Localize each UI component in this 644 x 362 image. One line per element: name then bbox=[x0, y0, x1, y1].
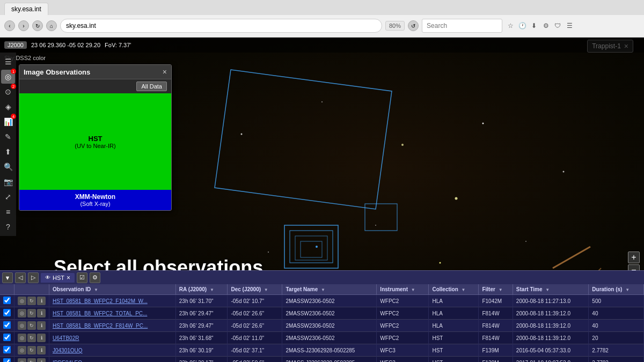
panel-next-button[interactable]: ▷ bbox=[28, 272, 39, 283]
sidebar-item-screenshot[interactable]: 📷 bbox=[1, 175, 15, 189]
sort-duration-icon[interactable]: ▼ bbox=[625, 287, 630, 292]
hst-tab[interactable]: 👁 HST × bbox=[41, 273, 75, 283]
browser-tab[interactable]: sky.esa.int bbox=[4, 3, 48, 15]
history-icon[interactable]: 🕐 bbox=[517, 21, 527, 31]
sidebar-item-share[interactable]: ⤢ bbox=[1, 190, 15, 204]
panel-prev-button[interactable]: ◁ bbox=[15, 272, 26, 283]
row-actions-cell: ◎ ↻ ℹ bbox=[14, 332, 49, 344]
row-action-refresh-2[interactable]: ↻ bbox=[27, 321, 36, 330]
row-action-refresh-3[interactable]: ↻ bbox=[27, 334, 36, 342]
row-obs-id-1[interactable]: HST_08581_B8_WFPC2_TOTAL_PC... bbox=[49, 307, 176, 320]
panel-collapse-button[interactable]: ▼ bbox=[2, 272, 13, 283]
row-dec-5: -05d 02' 50.6" bbox=[228, 357, 282, 363]
all-data-button[interactable]: All Data bbox=[136, 82, 167, 91]
row-action-target-3[interactable]: ◎ bbox=[18, 334, 26, 342]
col-obs-id[interactable]: Observation ID ▼ bbox=[49, 284, 176, 295]
row-action-refresh-1[interactable]: ↻ bbox=[27, 309, 36, 317]
xmm-bar[interactable]: XMM-Newton (Soft X-ray) bbox=[19, 190, 171, 210]
hst-chart-area[interactable]: HST (UV to Near-IR) bbox=[19, 93, 171, 190]
settings-icon[interactable]: ⚙ bbox=[541, 21, 551, 31]
row-checkbox-4[interactable] bbox=[3, 346, 11, 353]
back-button[interactable]: ‹ bbox=[4, 20, 15, 31]
sort-ra-icon[interactable]: ▼ bbox=[210, 287, 214, 292]
sidebar-item-help[interactable]: ? bbox=[1, 220, 15, 234]
row-checkbox-cell[interactable] bbox=[0, 320, 14, 332]
row-checkbox-0[interactable] bbox=[3, 297, 11, 304]
row-dec-4: -05d 02' 37.1" bbox=[228, 344, 282, 357]
row-action-info-4[interactable]: ℹ bbox=[37, 346, 46, 354]
col-target[interactable]: Target Name ▼ bbox=[282, 284, 377, 295]
sidebar-item-telescope[interactable]: ◈ bbox=[1, 100, 15, 114]
row-obs-id-5[interactable]: IDDE04LEQ bbox=[49, 357, 176, 363]
menu-icon[interactable]: ☰ bbox=[565, 21, 574, 31]
sidebar-item-draw[interactable]: ✎ bbox=[1, 130, 15, 144]
address-bar[interactable] bbox=[60, 19, 382, 33]
reload-button[interactable]: ↺ bbox=[408, 20, 419, 31]
obs-panel-close-button[interactable]: × bbox=[163, 68, 167, 76]
refresh-button[interactable]: ↻ bbox=[32, 20, 43, 31]
row-checkbox-cell[interactable] bbox=[0, 332, 14, 344]
row-action-refresh-0[interactable]: ↻ bbox=[27, 297, 36, 305]
row-checkbox-5[interactable] bbox=[3, 358, 11, 362]
sort-collection-icon[interactable]: ▼ bbox=[462, 287, 466, 292]
row-action-info-5[interactable]: ℹ bbox=[37, 358, 46, 362]
row-obs-id-3[interactable]: U64TB02R bbox=[49, 332, 176, 344]
hst-tab-close[interactable]: × bbox=[67, 274, 70, 282]
bookmark-icon[interactable]: ☆ bbox=[506, 21, 515, 31]
sidebar-item-list[interactable]: ≡ bbox=[1, 205, 15, 219]
data-table-wrapper[interactable]: Observation ID ▼ RA (J2000) ▼ Dec (J2000… bbox=[0, 284, 644, 362]
col-ra[interactable]: RA (J2000) ▼ bbox=[175, 284, 228, 295]
col-instrument[interactable]: Instrument ▼ bbox=[377, 284, 429, 295]
row-obs-id-4[interactable]: J04301OUQ bbox=[49, 344, 176, 357]
row-checkbox-cell[interactable] bbox=[0, 307, 14, 320]
home-button[interactable]: ⌂ bbox=[46, 20, 57, 31]
row-action-target-2[interactable]: ◎ bbox=[18, 321, 26, 330]
sidebar-item-upload[interactable]: ⬆ bbox=[1, 145, 15, 159]
sidebar-item-search[interactable]: 🔍 bbox=[1, 160, 15, 174]
row-action-target-4[interactable]: ◎ bbox=[18, 346, 26, 354]
row-action-info-1[interactable]: ℹ bbox=[37, 309, 46, 317]
row-action-info-3[interactable]: ℹ bbox=[37, 334, 46, 342]
row-obs-id-2[interactable]: HST_08581_B8_WFPC2_F814W_PC... bbox=[49, 320, 176, 332]
row-action-info-0[interactable]: ℹ bbox=[37, 297, 46, 305]
sort-start-time-icon[interactable]: ▼ bbox=[545, 287, 550, 292]
sort-target-icon[interactable]: ▼ bbox=[321, 287, 325, 292]
zoom-in-button[interactable]: + bbox=[628, 252, 640, 263]
sidebar-item-layers[interactable]: ◎ 1 bbox=[1, 70, 15, 84]
row-checkbox-3[interactable] bbox=[3, 334, 11, 341]
forward-button[interactable]: › bbox=[18, 20, 29, 31]
sidebar-item-chart[interactable]: 📊 4 bbox=[1, 115, 15, 129]
col-dec[interactable]: Dec (J2000) ▼ bbox=[228, 284, 282, 295]
row-checkbox-cell[interactable] bbox=[0, 295, 14, 307]
row-start-time-1: 2000-08-18 11:39:12.0 bbox=[513, 307, 589, 320]
sidebar-item-menu[interactable]: ☰ bbox=[1, 55, 15, 69]
row-action-refresh-4[interactable]: ↻ bbox=[27, 346, 36, 354]
row-checkbox-cell[interactable] bbox=[0, 357, 14, 363]
observations-table: Observation ID ▼ RA (J2000) ▼ Dec (J2000… bbox=[0, 284, 644, 362]
col-collection[interactable]: Collection ▼ bbox=[429, 284, 479, 295]
row-checkbox-1[interactable] bbox=[3, 309, 11, 316]
row-filter-1: F814W bbox=[479, 307, 513, 320]
sort-dec-icon[interactable]: ▼ bbox=[264, 287, 268, 292]
row-checkbox-cell[interactable] bbox=[0, 344, 14, 357]
row-action-target-1[interactable]: ◎ bbox=[18, 309, 26, 317]
col-filter[interactable]: Filter ▼ bbox=[479, 284, 513, 295]
row-obs-id-0[interactable]: HST_08581_B8_WFPC2_F1042M_W... bbox=[49, 295, 176, 307]
svg-point-3 bbox=[482, 123, 484, 124]
sort-obs-id-icon[interactable]: ▼ bbox=[94, 287, 98, 292]
panel-select-all-button[interactable]: ☑ bbox=[77, 272, 87, 283]
download-icon[interactable]: ⬇ bbox=[529, 21, 539, 31]
row-action-info-2[interactable]: ℹ bbox=[37, 321, 46, 330]
col-start-time[interactable]: Start Time ▼ bbox=[513, 284, 589, 295]
sidebar-item-overlay[interactable]: ⊙ 2 bbox=[1, 85, 15, 99]
sort-filter-icon[interactable]: ▼ bbox=[499, 287, 503, 292]
row-action-refresh-5[interactable]: ↻ bbox=[27, 358, 36, 362]
row-checkbox-2[interactable] bbox=[3, 321, 11, 329]
panel-settings-button[interactable]: ⚙ bbox=[90, 272, 100, 283]
row-action-target-0[interactable]: ◎ bbox=[18, 297, 26, 305]
row-action-target-5[interactable]: ◎ bbox=[18, 358, 26, 362]
sort-instrument-icon[interactable]: ▼ bbox=[411, 287, 415, 292]
shield-icon[interactable]: 🛡 bbox=[553, 21, 562, 31]
browser-search[interactable] bbox=[422, 19, 502, 33]
col-duration[interactable]: Duration (s) ▼ bbox=[589, 284, 644, 295]
